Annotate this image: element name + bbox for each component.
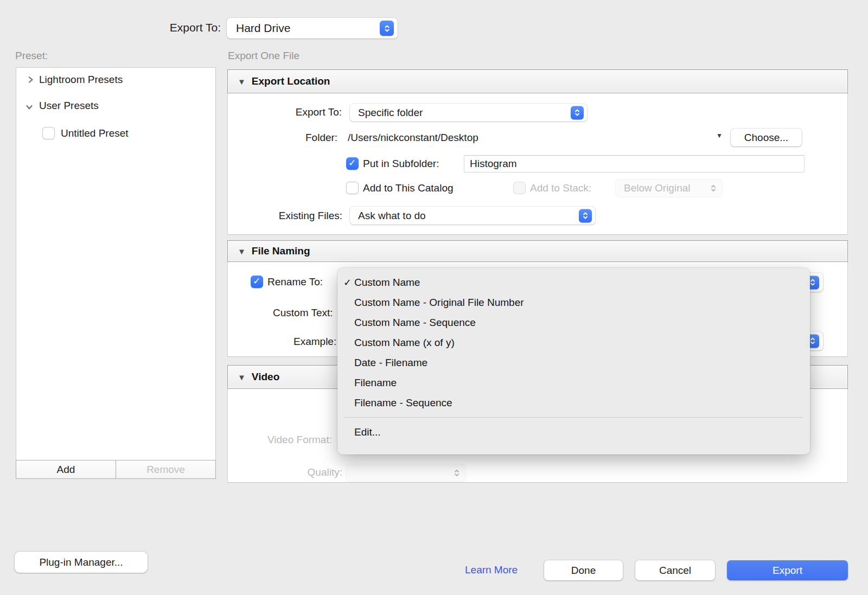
preset-heading: Preset: [15, 50, 48, 62]
menu-item-custom-name[interactable]: ✓ Custom Name [337, 272, 810, 292]
stepper-icon [380, 21, 394, 36]
menu-item-edit[interactable]: Edit... [337, 422, 810, 442]
custom-text-label: Custom Text: [273, 307, 333, 319]
export-to-destination-label: Export To: [170, 21, 221, 34]
plugin-manager-button[interactable]: Plug-in Manager... [15, 552, 148, 573]
add-preset-button[interactable]: Add [16, 460, 116, 479]
export-file-summary: Export One File [228, 50, 299, 62]
put-in-subfolder-checkbox[interactable] [346, 157, 359, 170]
rename-to-label: Rename To: [267, 276, 323, 288]
subfolder-name-input[interactable] [464, 155, 805, 172]
folder-label: Folder: [305, 132, 337, 144]
recent-folders-triangle-icon[interactable]: ▼ [716, 132, 723, 139]
disclosure-triangle-icon[interactable]: ▼ [238, 247, 246, 256]
rename-to-checkbox[interactable] [251, 276, 263, 288]
video-format-label: Video Format: [267, 434, 332, 446]
untitled-preset-checkbox[interactable] [42, 127, 55, 139]
menu-item-custom-name-sequence[interactable]: Custom Name - Sequence [337, 312, 810, 332]
menu-item-date-filename[interactable]: Date - Filename [337, 353, 810, 373]
add-to-stack-checkbox [513, 182, 526, 194]
export-button[interactable]: Export [727, 560, 848, 580]
export-destination-select[interactable]: Hard Drive [227, 18, 398, 39]
export-location-header[interactable]: ▼ Export Location [227, 69, 848, 93]
folder-path: /Users/nickconstant/Desktop [348, 132, 478, 144]
menu-separator [344, 417, 803, 418]
rename-template-menu: ✓ Custom Name Custom Name - Original Fil… [337, 268, 810, 455]
chevron-right-icon[interactable] [27, 75, 34, 86]
stepper-disabled-icon [710, 183, 717, 193]
learn-more-link[interactable]: Learn More [465, 564, 518, 576]
video-title: Video [252, 371, 279, 383]
disclosure-triangle-icon[interactable]: ▼ [238, 373, 246, 382]
export-location-title: Export Location [252, 75, 330, 87]
add-to-catalog-checkbox[interactable] [346, 182, 359, 194]
export-to-folder-value: Specific folder [350, 107, 423, 119]
checkmark-icon: ✓ [343, 277, 352, 289]
put-in-subfolder-label: Put in Subfolder: [363, 158, 439, 170]
preset-group-user-presets[interactable]: User Presets [39, 100, 99, 112]
preset-group-lightroom-presets[interactable]: Lightroom Presets [39, 74, 123, 86]
export-to-folder-label: Export To: [296, 106, 342, 118]
video-quality-label: Quality: [308, 466, 342, 478]
choose-folder-button[interactable]: Choose... [731, 129, 802, 146]
existing-files-label: Existing Files: [279, 210, 342, 222]
stack-position-select: Below Original [616, 180, 722, 197]
cancel-button[interactable]: Cancel [635, 560, 715, 580]
menu-item-filename[interactable]: Filename [337, 373, 810, 393]
add-to-catalog-label: Add to This Catalog [363, 182, 454, 194]
menu-item-filename-sequence[interactable]: Filename - Sequence [337, 393, 810, 413]
add-to-stack-label: Add to Stack: [530, 182, 591, 194]
export-destination-value: Hard Drive [227, 22, 290, 35]
preset-item-untitled[interactable]: Untitled Preset [61, 127, 129, 139]
stepper-disabled-icon [454, 468, 460, 478]
disclosure-triangle-icon[interactable]: ▼ [238, 77, 246, 86]
chevron-down-icon[interactable] [25, 103, 34, 113]
menu-item-custom-name-original-file-number[interactable]: Custom Name - Original File Number [337, 292, 810, 312]
existing-files-value: Ask what to do [350, 210, 426, 222]
export-to-folder-select[interactable]: Specific folder [350, 104, 587, 121]
stepper-icon [579, 209, 592, 222]
stepper-icon [571, 106, 584, 119]
video-quality-select [346, 464, 465, 482]
existing-files-select[interactable]: Ask what to do [350, 207, 595, 225]
remove-preset-button[interactable]: Remove [116, 460, 216, 479]
file-naming-header[interactable]: ▼ File Naming [227, 240, 848, 262]
file-naming-title: File Naming [252, 245, 310, 257]
done-button[interactable]: Done [544, 560, 623, 580]
stack-position-value: Below Original [616, 182, 691, 194]
example-label: Example: [293, 336, 336, 348]
menu-item-custom-name-x-of-y[interactable]: Custom Name (x of y) [337, 332, 810, 353]
